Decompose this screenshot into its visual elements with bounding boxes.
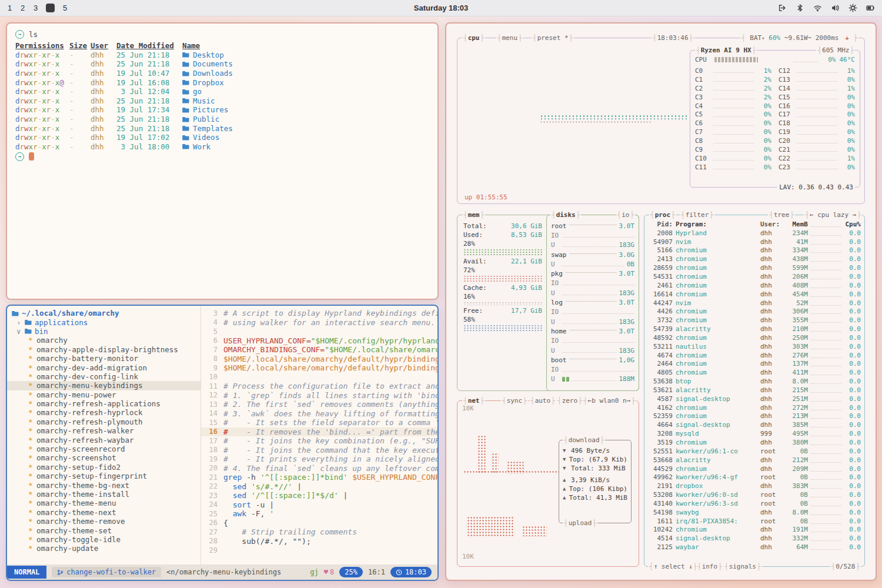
editor-line[interactable]: 9$HOME/.local/share/omarchy/default/hypr…: [201, 363, 437, 373]
bluetooth-icon[interactable]: [796, 4, 804, 12]
tree-file-omarchy-menu-power[interactable]: *omarchy-menu-power: [7, 390, 201, 399]
select-buttons[interactable]: ↑ select ↓: [648, 562, 698, 571]
editor-line[interactable]: 21grep -h '^[[:space:]]*bind' $USER_HYPR…: [201, 473, 437, 482]
interval-plus-button[interactable]: +: [845, 34, 849, 42]
editor-line[interactable]: 17# - It joins the key combination (e.g.…: [201, 436, 437, 446]
proc-row-4426[interactable]: 4426chromiumdhh306M0.0: [649, 307, 861, 316]
proc-row-53638[interactable]: 53638btopdhh8.0M0.0: [649, 377, 861, 386]
proc-row-4587[interactable]: 4587signal-desktopdhh251M0.0: [649, 395, 861, 403]
workspace-2[interactable]: 2: [20, 4, 25, 12]
editor-line[interactable]: 27 # Strip trailing comments: [201, 527, 437, 537]
proc-row-49962[interactable]: 49962kworker/u96:4-gfroot0B0.0: [649, 473, 861, 482]
proc-row-2464[interactable]: 2464chromiumdhh137M0.0: [649, 360, 861, 369]
zero-button[interactable]: zero: [556, 396, 583, 405]
editor-line[interactable]: 7OMARCHY_BINDINGS_CONF="$HOME/.local/sha…: [201, 345, 437, 355]
settings-icon[interactable]: [848, 4, 857, 12]
proc-row-28659[interactable]: 28659chromiumdhh599M0.0: [649, 263, 861, 272]
workspace-3[interactable]: 3: [33, 4, 38, 12]
proc-row-48592[interactable]: 48592chromiumdhh250M0.0: [649, 333, 861, 342]
editor-line[interactable]: 13# 2. The first `sed` removes comments …: [201, 400, 437, 409]
editor-line[interactable]: 11# Process the configuration file to ex…: [201, 382, 437, 391]
tree-file-omarchy-dev-add-migration[interactable]: *omarchy-dev-add-migration: [7, 363, 201, 372]
proc-row-2008[interactable]: 2008Hyprlanddhh234M0.0: [649, 229, 861, 238]
proc-row-53621[interactable]: 53621alacrittydhh215M0.0: [649, 386, 861, 395]
proc-row-54739[interactable]: 54739alacrittydhh210M0.0: [649, 325, 861, 333]
proc-row-52359[interactable]: 52359chromiumdhh213M0.0: [649, 412, 861, 421]
editor-line[interactable]: 12# 1. `grep` finds all lines starting w…: [201, 391, 437, 400]
menu-button[interactable]: menu: [496, 34, 523, 42]
editor-line[interactable]: 20# 4. The final `sed` cleans up any lef…: [201, 464, 437, 473]
tree-file-omarchy-refresh-waybar[interactable]: *omarchy-refresh-waybar: [7, 435, 201, 444]
sort-selector[interactable]: ← cpu lazy →: [804, 211, 862, 219]
tree-file-omarchy-update[interactable]: *omarchy-update: [7, 544, 201, 553]
tree-file-omarchy-apple-display-brightness[interactable]: *omarchy-apple-display-brightness: [7, 345, 201, 354]
proc-row-2461[interactable]: 2461chromiumdhh408M0.0: [649, 281, 861, 290]
editor-line[interactable]: 25 awk -F, ': [201, 509, 437, 519]
editor-line[interactable]: 15# - It sets the field separator to a c…: [201, 418, 437, 427]
signals-button[interactable]: signals: [723, 562, 762, 571]
tree-file-omarchy-setup-fingerprint[interactable]: *omarchy-setup-fingerprint: [7, 472, 201, 480]
proc-row-3208[interactable]: 3208mysqld999495M0.0: [649, 429, 861, 438]
tree-file-omarchy-theme-bg-next[interactable]: *omarchy-theme-bg-next: [7, 480, 201, 489]
proc-row-2413[interactable]: 2413chromiumdhh438M0.0: [649, 255, 861, 263]
tree-dir-applications[interactable]: ›applications: [7, 318, 201, 326]
proc-row-16614[interactable]: 16614chromiumdhh454M0.0: [649, 290, 861, 299]
logout-icon[interactable]: [778, 4, 787, 12]
editor-line[interactable]: 10: [201, 373, 437, 382]
tree-file-omarchy-refresh-plymouth[interactable]: *omarchy-refresh-plymouth: [7, 417, 201, 426]
proc-row-1611[interactable]: 1611irq/81-PIXA3854:root0B0.0: [649, 517, 861, 526]
io-mode-button[interactable]: io: [616, 211, 636, 219]
proc-row-43140[interactable]: 43140kworker/u96:3-sdroot0B0.0: [649, 499, 861, 508]
proc-row-44247[interactable]: 44247nvimdhh52M0.0: [649, 299, 861, 308]
proc-row-53208[interactable]: 53208kworker/u96:0-sdroot0B0.0: [649, 490, 861, 499]
editor-line[interactable]: 18# - It joins the command that the key …: [201, 446, 437, 455]
preset-button[interactable]: preset *: [532, 34, 574, 42]
editor-line[interactable]: 8$HOME/.local/share/omarchy/default/hypr…: [201, 355, 437, 364]
info-button[interactable]: info: [696, 562, 723, 571]
proc-row-44529[interactable]: 44529chromiumdhh209M0.0: [649, 465, 861, 473]
proc-row-4514[interactable]: 4514signal-desktopdhh332M0.0: [649, 534, 861, 543]
proc-row-52551[interactable]: 52551kworker/u96:1-coroot0B0.0: [649, 447, 861, 456]
sync-button[interactable]: sync: [501, 396, 528, 405]
tree-file-omarchy-theme-remove[interactable]: *omarchy-theme-remove: [7, 517, 201, 526]
tree-file-omarchy-refresh-walker[interactable]: *omarchy-refresh-walker: [7, 426, 201, 435]
editor-line[interactable]: 22 sed 's/#.*//' |: [201, 482, 437, 492]
editor-line[interactable]: 4# using walker for an interactive searc…: [201, 318, 437, 328]
tree-file-omarchy-dev-config-link[interactable]: *omarchy-dev-config-link: [7, 372, 201, 381]
wifi-icon[interactable]: [813, 4, 822, 12]
tree-file-omarchy-refresh-hyprlock[interactable]: *omarchy-refresh-hyprlock: [7, 408, 201, 417]
proc-row-5166[interactable]: 5166chromiumdhh334M0.0: [649, 246, 861, 255]
proc-row-2125[interactable]: 2125waybardhh64M0.0: [649, 543, 861, 552]
prompt-line[interactable]: →: [15, 151, 429, 162]
workspace-5[interactable]: 5: [62, 4, 68, 12]
tree-file-omarchy-refresh-applications[interactable]: *omarchy-refresh-applications: [7, 399, 201, 408]
editor-line[interactable]: 19# - It prints everything in a nicely a…: [201, 455, 437, 464]
editor-line[interactable]: 28 sub(/#.*/, "");: [201, 537, 437, 546]
nvim-window[interactable]: ~/.local/share/omarchy›applications∨bin*…: [6, 305, 439, 581]
tree-file-omarchy[interactable]: *omarchy: [7, 336, 201, 345]
editor-line[interactable]: 23 sed '/^[[:space:]]*$/d' |: [201, 491, 437, 500]
proc-row-54907[interactable]: 54907nvimdhh41M0.0: [649, 238, 861, 246]
editor-line[interactable]: 5: [201, 327, 437, 336]
editor-line[interactable]: 29: [201, 546, 437, 555]
proc-row-10242[interactable]: 10242chromiumdhh191M0.0: [649, 526, 861, 534]
editor-line[interactable]: 6USER_HYPRLAND_CONF="$HOME/.config/hypr/…: [201, 336, 437, 346]
editor-line[interactable]: 14# 3. `awk` does the heavy lifting of f…: [201, 409, 437, 419]
proc-row-3732[interactable]: 3732chromiumdhh355M0.0: [649, 316, 861, 325]
tree-file-omarchy-theme-install[interactable]: *omarchy-theme-install: [7, 490, 201, 499]
git-branch[interactable]: change-wofi-to-walker: [52, 567, 161, 577]
tree-file-omarchy-toggle-idle[interactable]: *omarchy-toggle-idle: [7, 535, 201, 544]
tree-toggle-button[interactable]: tree: [768, 211, 795, 219]
tree-file-omarchy-menu-keybindings[interactable]: *omarchy-menu-keybindings: [7, 381, 201, 390]
proc-row-54531[interactable]: 54531chromiumdhh206M0.0: [649, 272, 861, 281]
proc-row-3519[interactable]: 3519chromiumdhh380M0.0: [649, 438, 861, 447]
proc-row-4674[interactable]: 4674chromiumdhh276M0.0: [649, 351, 861, 360]
editor-line[interactable]: 16# - It removes the 'bind... =' part fr…: [201, 427, 437, 437]
proc-row-54198[interactable]: 54198swaybgdhh8.0M0.0: [649, 508, 861, 517]
tree-file-omarchy-screenshot[interactable]: *omarchy-screenshot: [7, 453, 201, 462]
tree-file-omarchy-theme-next[interactable]: *omarchy-theme-next: [7, 508, 201, 517]
tree-file-omarchy-theme-set[interactable]: *omarchy-theme-set: [7, 526, 201, 534]
tree-file-omarchy-battery-monitor[interactable]: *omarchy-battery-monitor: [7, 354, 201, 363]
volume-icon[interactable]: [831, 4, 840, 12]
proc-row-2191[interactable]: 2191dropboxdhh383M0.0: [649, 482, 861, 490]
